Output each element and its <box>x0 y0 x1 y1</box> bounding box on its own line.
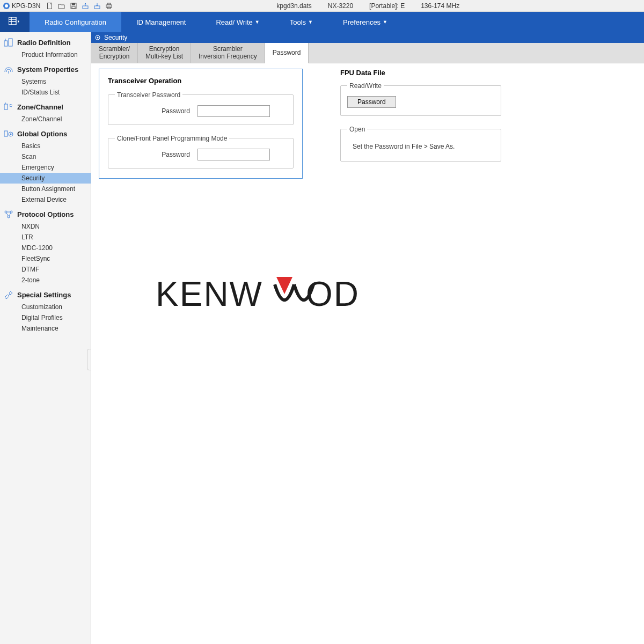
svg-rect-16 <box>9 39 12 46</box>
legend: Open <box>347 126 367 133</box>
sidebar-item-2tone[interactable]: 2-tone <box>0 275 91 286</box>
new-file-icon[interactable] <box>46 2 54 10</box>
sidebar-header-label: Zone/Channel <box>17 103 63 111</box>
tab-password[interactable]: Password <box>265 43 309 63</box>
sidebar-header-radio-definition[interactable]: Radio Definition <box>0 35 91 49</box>
panel-body: Transceiver Operation Transceiver Passwo… <box>91 63 644 644</box>
svg-line-29 <box>9 213 11 216</box>
section-title: FPU Data File <box>340 69 501 77</box>
legend: Transceiver Password <box>115 91 182 99</box>
sidebar-header-system-properties[interactable]: System Properties <box>0 62 91 76</box>
kenwood-logo: KENW OD <box>156 273 424 317</box>
sidebar-header-label: Radio Definition <box>17 39 71 47</box>
svg-line-28 <box>6 213 8 216</box>
fieldset-open: Open Set the Password in File > Save As. <box>340 126 501 162</box>
menu-label: Read/ Write <box>216 18 252 26</box>
svg-point-25 <box>10 211 12 213</box>
svg-rect-11 <box>9 17 16 25</box>
model-name: NX-3220 <box>328 2 353 10</box>
svg-rect-4 <box>72 3 75 5</box>
sidebar-collapse-handle[interactable] <box>87 349 91 370</box>
sidebar-item-maintenance[interactable]: Maintenance <box>0 323 91 334</box>
svg-rect-7 <box>94 6 100 9</box>
sidebar-header-global-options[interactable]: Global Options <box>0 127 91 141</box>
svg-rect-9 <box>107 3 111 5</box>
tab-scrambler-inversion[interactable]: Scrambler Inversion Frequency <box>191 43 265 63</box>
sidebar-header-label: System Properties <box>17 65 78 74</box>
device-type: [Portable]: E <box>369 2 405 10</box>
sidebar-item-external-device[interactable]: External Device <box>0 194 91 205</box>
content-header-title: Security <box>104 34 127 41</box>
clone-password-input[interactable] <box>197 149 270 160</box>
password-label: Password <box>115 107 190 115</box>
section-title: Transceiver Operation <box>108 77 294 85</box>
sidebar-item-button-assignment[interactable]: Button Assignment <box>0 184 91 194</box>
svg-rect-15 <box>4 41 8 46</box>
sidebar-item-scan[interactable]: Scan <box>0 151 91 162</box>
sidebar-item-dtmf[interactable]: DTMF <box>0 264 91 275</box>
sidebar-item-ltr[interactable]: LTR <box>0 232 91 243</box>
sidebar-item-mdc1200[interactable]: MDC-1200 <box>0 243 91 253</box>
save-file-icon[interactable] <box>69 2 78 10</box>
menu-bar: Radio Configuration ID Management Read/ … <box>0 12 644 32</box>
sidebar-item-digital-profiles[interactable]: Digital Profiles <box>0 312 91 323</box>
toolbar-info: kpgd3n.dats NX-3220 [Portable]: E 136-17… <box>276 2 459 10</box>
open-hint-text: Set the Password in File > Save As. <box>347 140 494 153</box>
gear-icon <box>94 34 101 41</box>
menu-id-management[interactable]: ID Management <box>121 12 201 32</box>
menu-label: ID Management <box>136 18 186 26</box>
svg-point-1 <box>5 4 8 8</box>
menu-radio-config[interactable]: Radio Configuration <box>30 12 121 32</box>
menu-tools[interactable]: Tools▼ <box>275 12 328 32</box>
svg-text:OD: OD <box>306 275 360 313</box>
password-button[interactable]: Password <box>347 96 396 108</box>
sidebar-item-emergency[interactable]: Emergency <box>0 162 91 173</box>
sidebar-item-zone-channel[interactable]: Zone/Channel <box>0 114 91 125</box>
sidebar-header-label: Protocol Options <box>17 210 74 218</box>
freq-range: 136-174 MHz <box>421 2 459 10</box>
svg-text:KENW: KENW <box>156 275 263 313</box>
menu-label: Tools <box>290 18 306 26</box>
content-header: Security <box>91 32 644 43</box>
chevron-down-icon: ▼ <box>255 19 260 25</box>
sidebar-item-security[interactable]: Security <box>0 173 91 184</box>
sidebar-item-customization[interactable]: Customization <box>0 302 91 312</box>
print-icon[interactable] <box>105 2 113 10</box>
fieldset-transceiver-password: Transceiver Password Password <box>108 91 294 125</box>
sidebar-item-nxdn[interactable]: NXDN <box>0 221 91 232</box>
fpu-data-file-group: FPU Data File Read/Write Password Open S… <box>340 69 501 171</box>
sidebar-header-label: Global Options <box>17 130 67 138</box>
svg-marker-35 <box>276 277 292 294</box>
fieldset-clone-mode: Clone/Front Panel Programming Mode Passw… <box>108 135 294 169</box>
write-radio-icon[interactable] <box>93 2 101 10</box>
svg-point-23 <box>10 134 12 135</box>
menu-preferences[interactable]: Preferences▼ <box>328 12 402 32</box>
content-panel: Security Scrambler/ Encryption Encryptio… <box>91 32 644 644</box>
sidebar: Radio Definition Product Information Sys… <box>0 32 91 644</box>
legend: Clone/Front Panel Programming Mode <box>115 135 229 142</box>
sidebar-item-fleetsync[interactable]: FleetSync <box>0 253 91 264</box>
fieldset-read-write: Read/Write Password <box>340 82 501 116</box>
tab-scrambler-encryption[interactable]: Scrambler/ Encryption <box>91 43 138 63</box>
svg-point-24 <box>5 211 7 213</box>
legend: Read/Write <box>347 82 384 90</box>
hamburger-menu[interactable] <box>0 12 30 32</box>
sidebar-header-special-settings[interactable]: Special Settings <box>0 288 91 302</box>
transceiver-password-input[interactable] <box>197 105 270 117</box>
svg-rect-5 <box>72 6 75 9</box>
password-label: Password <box>115 151 190 158</box>
sidebar-item-id-status-list[interactable]: ID/Status List <box>0 87 91 98</box>
sidebar-item-product-information[interactable]: Product Information <box>0 49 91 60</box>
sidebar-header-protocol-options[interactable]: Protocol Options <box>0 207 91 221</box>
sidebar-item-basics[interactable]: Basics <box>0 141 91 151</box>
app-icon <box>2 2 11 10</box>
read-radio-icon[interactable] <box>81 2 90 10</box>
sidebar-header-zone-channel[interactable]: Zone/Channel <box>0 100 91 114</box>
svg-point-26 <box>8 216 10 218</box>
svg-point-32 <box>97 37 99 39</box>
sidebar-item-systems[interactable]: Systems <box>0 76 91 87</box>
svg-line-30 <box>9 294 10 295</box>
menu-read-write[interactable]: Read/ Write▼ <box>201 12 274 32</box>
tab-encryption-multikey[interactable]: Encryption Multi-key List <box>138 43 191 63</box>
open-file-icon[interactable] <box>57 2 66 10</box>
